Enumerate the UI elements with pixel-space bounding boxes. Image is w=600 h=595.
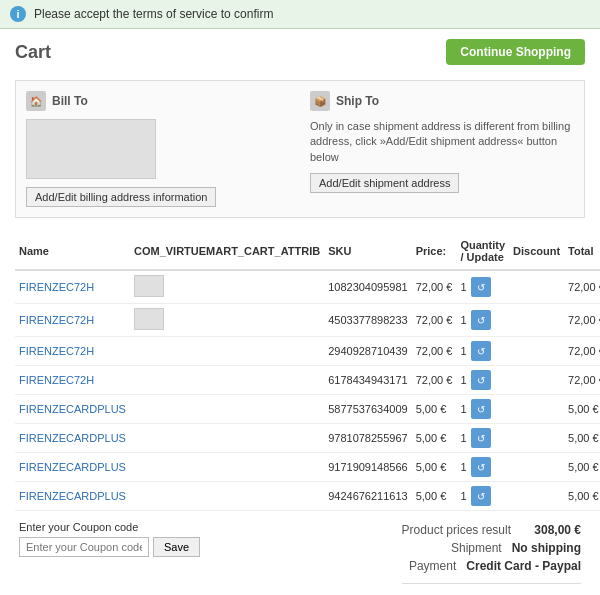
- product-quantity: 1: [460, 403, 466, 415]
- table-row: FIRENZEC72H450337789823372,00 €1↺72,00 €: [15, 304, 600, 337]
- update-quantity-button[interactable]: ↺: [471, 277, 491, 297]
- product-price: 5,00 €: [412, 482, 457, 511]
- bill-to-address-placeholder: [26, 119, 156, 179]
- product-quantity: 1: [460, 374, 466, 386]
- product-total: 5,00 €: [564, 395, 600, 424]
- coupon-save-button[interactable]: Save: [153, 537, 200, 557]
- col-name: Name: [15, 233, 130, 270]
- bill-to-box: 🏠 Bill To Add/Edit billing address infor…: [26, 91, 290, 207]
- update-quantity-button[interactable]: ↺: [471, 399, 491, 419]
- col-sku: SKU: [324, 233, 412, 270]
- product-total: 5,00 €: [564, 482, 600, 511]
- update-quantity-button[interactable]: ↺: [471, 341, 491, 361]
- info-message: Please accept the terms of service to co…: [34, 7, 273, 21]
- shipment-label: Shipment: [451, 541, 502, 555]
- product-discount: [509, 395, 564, 424]
- product-quantity: 1: [460, 314, 466, 326]
- shipment-value: No shipping: [512, 541, 581, 555]
- continue-shopping-button[interactable]: Continue Shopping: [446, 39, 585, 65]
- product-quantity: 1: [460, 345, 466, 357]
- product-sku: 6178434943171: [324, 366, 412, 395]
- product-discount: [509, 304, 564, 337]
- shipment-row: Shipment No shipping: [402, 539, 581, 557]
- coupon-input[interactable]: [19, 537, 149, 557]
- product-name-link[interactable]: FIRENZEC72H: [19, 345, 94, 357]
- table-row: FIRENZECARDPLUS94246762116135,00 €1↺5,00…: [15, 482, 600, 511]
- product-discount: [509, 424, 564, 453]
- ship-to-box: 📦 Ship To Only in case shipment address …: [310, 91, 574, 207]
- product-thumbnail: [134, 275, 164, 297]
- product-sku: 5877537634009: [324, 395, 412, 424]
- product-quantity: 1: [460, 432, 466, 444]
- update-quantity-button[interactable]: ↺: [471, 428, 491, 448]
- update-quantity-button[interactable]: ↺: [471, 310, 491, 330]
- product-price: 72,00 €: [412, 270, 457, 304]
- col-price: Price:: [412, 233, 457, 270]
- address-section: 🏠 Bill To Add/Edit billing address infor…: [15, 80, 585, 218]
- product-name-link[interactable]: FIRENZECARDPLUS: [19, 403, 126, 415]
- ship-to-icon: 📦: [310, 91, 330, 111]
- product-name-link[interactable]: FIRENZEC72H: [19, 374, 94, 386]
- update-quantity-button[interactable]: ↺: [471, 457, 491, 477]
- col-total: Total: [564, 233, 600, 270]
- col-attrib: COM_VIRTUEMART_CART_ATTRIB: [130, 233, 324, 270]
- product-total: 72,00 €: [564, 366, 600, 395]
- product-price: 5,00 €: [412, 395, 457, 424]
- bill-to-icon: 🏠: [26, 91, 46, 111]
- product-discount: [509, 337, 564, 366]
- cart-title: Cart: [15, 42, 51, 63]
- payment-row: Payment Credit Card - Paypal: [402, 557, 581, 575]
- coupon-label: Enter your Coupon code: [19, 521, 200, 533]
- product-prices-row: Product prices result 308,00 €: [402, 521, 581, 539]
- table-row: FIRENZEC72H617843494317172,00 €1↺72,00 €: [15, 366, 600, 395]
- info-bar: i Please accept the terms of service to …: [0, 0, 600, 29]
- table-row: FIRENZEC72H108230409598172,00 €1↺72,00 €: [15, 270, 600, 304]
- product-sku: 9424676211613: [324, 482, 412, 511]
- product-name-link[interactable]: FIRENZECARDPLUS: [19, 432, 126, 444]
- product-total: 5,00 €: [564, 424, 600, 453]
- product-discount: [509, 482, 564, 511]
- table-header-row: Name COM_VIRTUEMART_CART_ATTRIB SKU Pric…: [15, 233, 600, 270]
- payment-value: Credit Card - Paypal: [466, 559, 581, 573]
- ship-to-title: 📦 Ship To: [310, 91, 574, 111]
- main-content: Cart Continue Shopping 🏠 Bill To Add/Edi…: [0, 29, 600, 595]
- col-qty: Quantity / Update: [456, 233, 509, 270]
- product-price: 5,00 €: [412, 453, 457, 482]
- product-sku: 9171909148566: [324, 453, 412, 482]
- product-sku: 1082304095981: [324, 270, 412, 304]
- product-total: 72,00 €: [564, 304, 600, 337]
- product-total: 5,00 €: [564, 453, 600, 482]
- product-name-link[interactable]: FIRENZEC72H: [19, 314, 94, 326]
- product-name-link[interactable]: FIRENZEC72H: [19, 281, 94, 293]
- bill-to-title: 🏠 Bill To: [26, 91, 290, 111]
- product-discount: [509, 366, 564, 395]
- update-quantity-button[interactable]: ↺: [471, 486, 491, 506]
- edit-billing-address-button[interactable]: Add/Edit billing address information: [26, 187, 216, 207]
- product-price: 72,00 €: [412, 337, 457, 366]
- product-sku: 9781078255967: [324, 424, 412, 453]
- product-sku: 2940928710439: [324, 337, 412, 366]
- product-name-link[interactable]: FIRENZECARDPLUS: [19, 490, 126, 502]
- product-sku: 4503377898233: [324, 304, 412, 337]
- product-price: 5,00 €: [412, 424, 457, 453]
- ship-to-note: Only in case shipment address is differe…: [310, 119, 574, 165]
- product-discount: [509, 453, 564, 482]
- info-icon: i: [10, 6, 26, 22]
- product-name-link[interactable]: FIRENZECARDPLUS: [19, 461, 126, 473]
- product-total: 72,00 €: [564, 270, 600, 304]
- coupon-row: Save: [19, 537, 200, 557]
- cart-header: Cart Continue Shopping: [15, 39, 585, 65]
- bill-to-label: Bill To: [52, 94, 88, 108]
- product-quantity: 1: [460, 281, 466, 293]
- product-total: 72,00 €: [564, 337, 600, 366]
- edit-shipment-address-button[interactable]: Add/Edit shipment address: [310, 173, 459, 193]
- table-row: FIRENZECARDPLUS97810782559675,00 €1↺5,00…: [15, 424, 600, 453]
- product-prices-value: 308,00 €: [521, 523, 581, 537]
- update-quantity-button[interactable]: ↺: [471, 370, 491, 390]
- coupon-section: Enter your Coupon code Save: [19, 521, 200, 557]
- ship-to-label: Ship To: [336, 94, 379, 108]
- table-row: FIRENZEC72H294092871043972,00 €1↺72,00 €: [15, 337, 600, 366]
- product-price: 72,00 €: [412, 366, 457, 395]
- product-discount: [509, 270, 564, 304]
- table-row: FIRENZECARDPLUS91719091485665,00 €1↺5,00…: [15, 453, 600, 482]
